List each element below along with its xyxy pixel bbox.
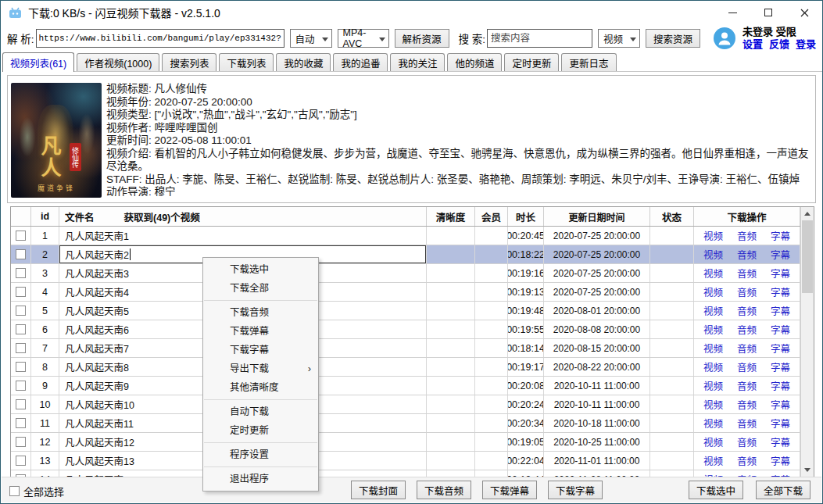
subtitle-link[interactable]: 字幕: [771, 416, 790, 431]
tab-author-videos[interactable]: 作者视频(1000): [77, 53, 159, 71]
subtitle-link[interactable]: 字幕: [771, 341, 790, 356]
subtitle-link[interactable]: 字幕: [771, 378, 790, 393]
table-row[interactable]: 5凡人风起天南500:19:482020-08-01 20:00:00视频音频字…: [11, 302, 800, 320]
avatar[interactable]: [713, 27, 736, 50]
menu-other-quality[interactable]: 其他清晰度: [203, 378, 318, 397]
row-checkbox[interactable]: [16, 287, 26, 297]
table-row[interactable]: 10凡人风起天南1000:20:242020-10-11 11:00:00视频音…: [11, 395, 800, 414]
row-checkbox[interactable]: [16, 456, 26, 466]
subtitle-link[interactable]: 字幕: [771, 303, 790, 318]
subtitle-link[interactable]: 字幕: [771, 453, 790, 468]
audio-link[interactable]: 音频: [737, 228, 757, 243]
video-link[interactable]: 视频: [703, 303, 723, 318]
table-row[interactable]: 7凡人风起天南700:18:142020-08-15 20:00:00视频音频字…: [11, 339, 800, 358]
scroll-up-button[interactable]: [801, 207, 814, 220]
table-row[interactable]: 6凡人风起天南600:19:552020-08-08 20:00:00视频音频字…: [11, 320, 800, 339]
video-link[interactable]: 视频: [703, 322, 723, 337]
subtitle-link[interactable]: 字幕: [771, 266, 790, 281]
download-subtitle-button[interactable]: 下载字幕: [548, 481, 603, 499]
video-link[interactable]: 视频: [703, 341, 723, 356]
download-audio-button[interactable]: 下载音频: [417, 481, 471, 499]
table-row[interactable]: 9凡人风起天南900:20:082020-10-11 11:00:00视频音频字…: [11, 377, 800, 395]
video-link[interactable]: 视频: [703, 434, 723, 449]
table-row[interactable]: 11凡人风起天南1100:20:342020-10-18 11:00:00视频音…: [11, 414, 800, 433]
search-resource-button[interactable]: 搜索资源: [646, 29, 700, 48]
row-checkbox[interactable]: [16, 249, 26, 259]
table-row[interactable]: 13凡人风起天南1300:22:042020-11-01 11:00:00视频音…: [11, 452, 800, 470]
download-selected-button[interactable]: 下载选中: [689, 481, 743, 499]
video-link[interactable]: 视频: [703, 247, 723, 262]
maximize-button[interactable]: [750, 1, 786, 24]
format-select[interactable]: MP4-AVC: [338, 29, 389, 48]
menu-scheduled-update[interactable]: 定时更新: [203, 421, 318, 440]
audio-link[interactable]: 音频: [737, 359, 757, 374]
url-input[interactable]: [36, 29, 284, 48]
video-link[interactable]: 视频: [703, 378, 723, 393]
tab-update-log[interactable]: 更新日志: [561, 53, 616, 71]
parse-resource-button[interactable]: 解析资源: [395, 29, 449, 48]
download-cover-button[interactable]: 下载封面: [351, 481, 406, 499]
audio-link[interactable]: 音频: [737, 322, 757, 337]
audio-link[interactable]: 音频: [737, 397, 757, 412]
video-link[interactable]: 视频: [703, 453, 723, 468]
audio-link[interactable]: 音频: [737, 416, 757, 431]
tab-his-channel[interactable]: 他的频道: [447, 53, 502, 71]
search-input[interactable]: [487, 29, 592, 48]
row-checkbox[interactable]: [16, 362, 26, 372]
menu-auto-download[interactable]: 自动下载: [203, 402, 318, 421]
subtitle-link[interactable]: 字幕: [771, 322, 790, 337]
menu-download-all[interactable]: 下载全部: [203, 279, 318, 298]
row-checkbox[interactable]: [16, 437, 26, 447]
row-checkbox[interactable]: [16, 418, 26, 428]
subtitle-link[interactable]: 字幕: [771, 434, 790, 449]
quality-select[interactable]: 自动: [290, 29, 332, 48]
menu-download-subtitle[interactable]: 下载字幕: [203, 341, 318, 359]
row-checkbox[interactable]: [16, 343, 26, 353]
video-link[interactable]: 视频: [703, 228, 723, 243]
audio-link[interactable]: 音频: [737, 434, 757, 449]
table-row[interactable]: 12凡人风起天南1200:19:052020-10-25 11:00:00视频音…: [11, 433, 800, 452]
select-all-checkbox[interactable]: 全部选择: [9, 484, 64, 499]
menu-download-selected[interactable]: 下载选中: [203, 260, 318, 279]
table-row[interactable]: 8凡人风起天南800:19:172020-08-22 20:00:00视频音频字…: [11, 358, 800, 377]
row-checkbox[interactable]: [16, 381, 26, 391]
feedback-link[interactable]: 反馈: [769, 38, 789, 51]
download-danmaku-button[interactable]: 下载弹幕: [482, 481, 537, 499]
scrollbar-thumb[interactable]: [802, 220, 813, 293]
subtitle-link[interactable]: 字幕: [771, 397, 790, 412]
settings-link[interactable]: 设置: [742, 38, 763, 51]
tab-scheduled-update[interactable]: 定时更新: [504, 53, 559, 71]
audio-link[interactable]: 音频: [737, 303, 757, 318]
menu-download-danmaku[interactable]: 下载弹幕: [203, 322, 318, 341]
tab-my-follows[interactable]: 我的关注: [390, 53, 445, 71]
row-checkbox[interactable]: [16, 324, 26, 334]
video-link[interactable]: 视频: [703, 397, 723, 412]
tab-download-list[interactable]: 下载列表: [219, 53, 274, 71]
audio-link[interactable]: 音频: [737, 284, 757, 299]
table-row[interactable]: 1凡人风起天南100:20:452020-07-25 20:00:00视频音频字…: [11, 227, 800, 245]
row-checkbox[interactable]: [16, 231, 26, 241]
audio-link[interactable]: 音频: [737, 266, 757, 281]
search-type-select[interactable]: 视频: [598, 29, 640, 48]
menu-exit-program[interactable]: 退出程序: [203, 470, 318, 488]
vertical-scrollbar[interactable]: [800, 207, 814, 477]
tab-my-bangumi[interactable]: 我的追番: [333, 53, 388, 71]
subtitle-link[interactable]: 字幕: [771, 359, 790, 374]
menu-export-download[interactable]: 导出下载›: [203, 359, 318, 378]
subtitle-link[interactable]: 字幕: [771, 247, 790, 262]
audio-link[interactable]: 音频: [737, 341, 757, 356]
subtitle-link[interactable]: 字幕: [771, 228, 790, 243]
table-row[interactable]: 4凡人风起天南400:19:132020-07-25 20:00:00视频音频字…: [11, 283, 800, 302]
tab-search-list[interactable]: 搜索列表: [162, 53, 216, 71]
close-button[interactable]: [786, 1, 822, 24]
row-checkbox[interactable]: [16, 399, 26, 409]
row-checkbox[interactable]: [16, 268, 26, 278]
menu-program-settings[interactable]: 程序设置: [203, 445, 318, 464]
table-row[interactable]: 2凡人风起天南200:18:222020-07-25 20:00:00视频音频字…: [11, 245, 800, 264]
login-link[interactable]: 登录: [796, 38, 816, 51]
video-link[interactable]: 视频: [703, 284, 723, 299]
audio-link[interactable]: 音频: [737, 453, 757, 468]
menu-download-audio[interactable]: 下载音频: [203, 303, 318, 322]
subtitle-link[interactable]: 字幕: [771, 284, 790, 299]
download-all-button[interactable]: 全部下载: [756, 481, 810, 499]
